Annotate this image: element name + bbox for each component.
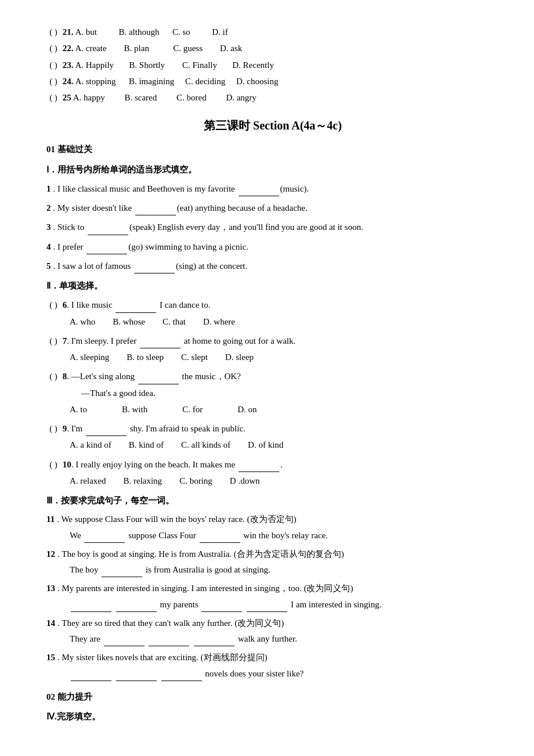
q10-block: ( ) 10. I really enjoy lying on the beac… — [46, 456, 499, 489]
q8-opt-b: B. with — [122, 402, 147, 417]
q7-text: 7. I'm sleepy. I prefer at home to going… — [60, 333, 295, 348]
mc-row-22: ( ) 22. A. create B. plan C. guess D. as… — [46, 41, 499, 56]
q10-opt-c: C. boring — [179, 473, 212, 488]
q8-block: ( ) 8. —Let's sing along the music，OK? —… — [46, 368, 499, 417]
part-III-questions: 11. We suppose Class Four will win the b… — [46, 512, 499, 681]
paren-6: ( ) — [46, 297, 60, 312]
q10-options: A. relaxed B. relaxing C. boring D .down — [70, 473, 499, 488]
q3: 3. Stick to (speak) English every day，an… — [46, 219, 499, 235]
q13-block: 13. My parents are interested in singing… — [46, 581, 499, 612]
q14-answer: They are walk any further. — [70, 631, 499, 646]
q11-answer: We suppose Class Four win the boy's rela… — [70, 527, 499, 543]
q6-text: 6. I like music I can dance to. — [60, 297, 211, 312]
part-III-title: Ⅲ．按要求完成句子，每空一词。 — [46, 493, 499, 508]
paren-23: ( ) — [46, 57, 60, 73]
q3-num: 3 — [46, 222, 51, 232]
q8-options: A. to B. with C. for D. on — [70, 402, 499, 417]
q6-opt-a: A. who — [70, 314, 95, 329]
q6-opt-b: B. whose — [113, 314, 145, 329]
q8-opt-a: A. to — [70, 402, 87, 417]
q-text-21: A. but B. although C. so D. if — [74, 24, 228, 39]
q7-opt-b: B. to sleep — [127, 350, 164, 365]
q9-row: ( ) 9. I'm shy. I'm afraid to speak in p… — [46, 420, 499, 436]
q4-text: . I prefer (go) swimming to having a pic… — [53, 242, 248, 251]
q-text-25: A. happy B. scared C. bored D. angry — [71, 90, 257, 105]
q6-block: ( ) 6. I like music I can dance to. A. w… — [46, 297, 499, 329]
q4: 4. I prefer (go) swimming to having a pi… — [46, 239, 499, 254]
q5: 5. I saw a lot of famous (sing) at the c… — [46, 258, 499, 273]
part-I-questions: 1. I like classical music and Beethoven … — [46, 181, 499, 273]
part-I-title: Ⅰ．用括号内所给单词的适当形式填空。 — [46, 162, 499, 177]
q8-opt-d: D. on — [237, 402, 257, 417]
q10-opt-a: A. relaxed — [70, 473, 106, 488]
q10-row: ( ) 10. I really enjoy lying on the beac… — [46, 456, 499, 472]
q2-num: 2 — [46, 203, 51, 213]
q6-opt-c: C. that — [163, 314, 186, 329]
q9-opt-c: C. all kinds of — [181, 437, 230, 452]
q9-options: A. a kind of B. kind of C. all kinds of … — [70, 437, 499, 452]
q10-opt-d: D .down — [230, 473, 260, 488]
q7-opt-d: D. sleep — [225, 350, 254, 365]
q4-num: 4 — [46, 242, 51, 251]
part-II-questions: ( ) 6. I like music I can dance to. A. w… — [46, 297, 499, 488]
q10-opt-b: B. relaxing — [123, 473, 162, 488]
q1: 1. I like classical music and Beethoven … — [46, 181, 499, 196]
paren-22: ( ) — [46, 41, 60, 56]
q9-opt-a: A. a kind of — [70, 437, 111, 452]
q12-block: 12. The boy is good at singing. He is fr… — [46, 546, 499, 578]
mc-row-21: ( ) 21. A. but B. although C. so D. if — [46, 24, 499, 39]
q-text-23: A. Happily B. Shortly C. Finally D. Rece… — [74, 57, 274, 73]
q9-text: 9. I'm shy. I'm afraid to speak in publi… — [60, 420, 246, 436]
paren-7: ( ) — [46, 333, 60, 348]
q1-num: 1 — [46, 184, 51, 193]
q-num-25: 25 — [60, 90, 71, 105]
mc-section-intro: ( ) 21. A. but B. although C. so D. if (… — [46, 24, 499, 105]
q9-opt-d: D. of kind — [248, 437, 283, 452]
mc-row-24: ( ) 24. A. stopping B. imagining C. deci… — [46, 74, 499, 89]
q7-opt-c: C. slept — [181, 350, 208, 365]
q12-answer: The boy is from Australia is good at sin… — [70, 561, 499, 577]
q6-opt-d: D. where — [203, 314, 235, 329]
q2-text: . My sister doesn't like (eat) anything … — [53, 203, 308, 213]
section-01-label: 01 基础过关 — [46, 142, 499, 157]
q12-instruction: 12. The boy is good at singing. He is fr… — [46, 546, 499, 561]
q2: 2. My sister doesn't like (eat) anything… — [46, 200, 499, 215]
q8-row: ( ) 8. —Let's sing along the music，OK? — [46, 368, 499, 384]
q7-options: A. sleeping B. to sleep C. slept D. slee… — [70, 350, 499, 365]
q14-block: 14. They are so tired that they can't wa… — [46, 615, 499, 647]
q-num-23: 23. — [60, 57, 74, 73]
q13-instruction: 13. My parents are interested in singing… — [46, 581, 499, 596]
q8-text: 8. —Let's sing along the music，OK? — [60, 368, 241, 384]
part-IV-title: Ⅳ.完形填空。 — [46, 709, 499, 724]
section-02-label: 02 能力提升 — [46, 689, 499, 704]
paren-10: ( ) — [46, 457, 60, 472]
q14-instruction: 14. They are so tired that they can't wa… — [46, 615, 499, 631]
mc-row-25: ( ) 25 A. happy B. scared C. bored D. an… — [46, 90, 499, 105]
q7-block: ( ) 7. I'm sleepy. I prefer at home to g… — [46, 333, 499, 365]
q13-answer: my parents I am interested in singing. — [70, 596, 499, 612]
mc-row-23: ( ) 23. A. Happily B. Shortly C. Finally… — [46, 57, 499, 73]
section-title: 第三课时 Section A(4a～4c) — [46, 116, 499, 136]
q15-answer: novels does your sister like? — [70, 665, 499, 681]
q8-subtext: —That's a good idea. — [81, 386, 499, 401]
q1-text: . I like classical music and Beethoven i… — [53, 184, 309, 193]
q7-opt-a: A. sleeping — [70, 350, 109, 365]
paren-9: ( ) — [46, 421, 60, 436]
q-num-22: 22. — [60, 41, 74, 56]
paren-21: ( ) — [46, 24, 60, 39]
q3-text: . Stick to (speak) English every day，and… — [53, 222, 363, 232]
q15-block: 15. My sister likes novels that are exci… — [46, 650, 499, 681]
part-II-title: Ⅱ．单项选择。 — [46, 278, 499, 293]
q-num-24: 24. — [60, 74, 74, 89]
q5-num: 5 — [46, 261, 51, 271]
q6-row: ( ) 6. I like music I can dance to. — [46, 297, 499, 312]
paren-24: ( ) — [46, 74, 60, 89]
q-num-21: 21. — [60, 24, 74, 39]
q5-text: . I saw a lot of famous (sing) at the co… — [53, 261, 248, 271]
q7-row: ( ) 7. I'm sleepy. I prefer at home to g… — [46, 333, 499, 348]
q11-instruction: 11. We suppose Class Four will win the b… — [46, 512, 499, 527]
q15-instruction: 15. My sister likes novels that are exci… — [46, 650, 499, 665]
q-text-24: A. stopping B. imagining C. deciding D. … — [74, 74, 279, 89]
q11-block: 11. We suppose Class Four will win the b… — [46, 512, 499, 543]
paren-25: ( ) — [46, 90, 60, 105]
